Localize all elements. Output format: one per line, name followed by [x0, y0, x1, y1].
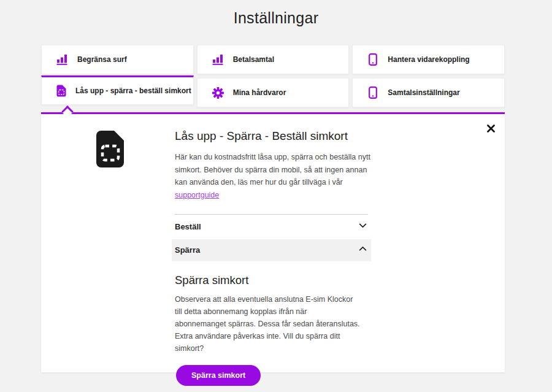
section-heading: Spärra simkort: [175, 274, 368, 287]
supportguide-link[interactable]: supportguide: [175, 191, 219, 199]
gear-icon: [212, 87, 224, 99]
tab-begransa-surf[interactable]: Begränsa surf: [41, 45, 194, 74]
tab-hantera-vidarekoppling[interactable]: Hantera vidarekoppling: [352, 45, 505, 74]
accordion-item-sparra[interactable]: Spärra: [172, 239, 371, 261]
accordion: Beställ Spärra Spärra simkort Observera …: [175, 214, 368, 392]
section-body: Observera att alla eventuella anslutna E…: [175, 293, 360, 355]
tab-mina-hardvaror[interactable]: Mina hårdvaror: [197, 78, 350, 107]
sparra-simkort-button[interactable]: Spärra simkort: [176, 365, 261, 386]
tab-samtalsinstallningar[interactable]: Samtalsinställningar: [352, 78, 505, 107]
accordion-item-bestall[interactable]: Beställ: [175, 215, 368, 239]
tab-label: Lås upp - spärra - beställ simkort: [75, 86, 191, 95]
intro-text-body: Här kan du kostnadsfritt låsa upp, spärr…: [175, 153, 370, 186]
tab-label: Betalsamtal: [233, 55, 274, 64]
chevron-down-icon: [358, 220, 368, 233]
bar-chart-icon: [56, 54, 68, 65]
tab-las-upp-sparra-bestall-simkort[interactable]: Lås upp - spärra - beställ simkort: [41, 75, 194, 105]
tab-betalsamtal[interactable]: Betalsamtal: [197, 45, 350, 74]
intro-text: Här kan du kostnadsfritt låsa upp, spärr…: [175, 151, 371, 202]
panel-content: Lås upp - Spärra - Beställ simkort Här k…: [41, 114, 369, 392]
mobile-phone-icon: [367, 53, 378, 66]
tab-label: Samtalsinställningar: [388, 88, 459, 97]
sim-card-icon: [56, 85, 66, 97]
page-title: Inställningar: [0, 0, 552, 27]
chevron-up-icon: [358, 244, 368, 256]
settings-panel: Lås upp - Spärra - Beställ simkort Här k…: [41, 112, 505, 372]
sparra-section: Spärra simkort Observera att alla eventu…: [175, 261, 368, 392]
close-icon[interactable]: [484, 121, 497, 135]
settings-tab-grid: Begränsa surf Betalsamtal Hantera vidare…: [41, 45, 505, 107]
tab-label: Hantera vidarekoppling: [388, 55, 469, 64]
panel-heading: Lås upp - Spärra - Beställ simkort: [175, 129, 369, 143]
accordion-label: Beställ: [175, 222, 201, 231]
tab-label: Mina hårdvaror: [233, 88, 286, 97]
sim-card-illustration: [95, 130, 126, 171]
bar-chart-icon: [212, 54, 224, 65]
mobile-phone-icon: [367, 86, 378, 99]
accordion-label: Spärra: [175, 245, 200, 255]
tab-label: Begränsa surf: [77, 55, 127, 64]
